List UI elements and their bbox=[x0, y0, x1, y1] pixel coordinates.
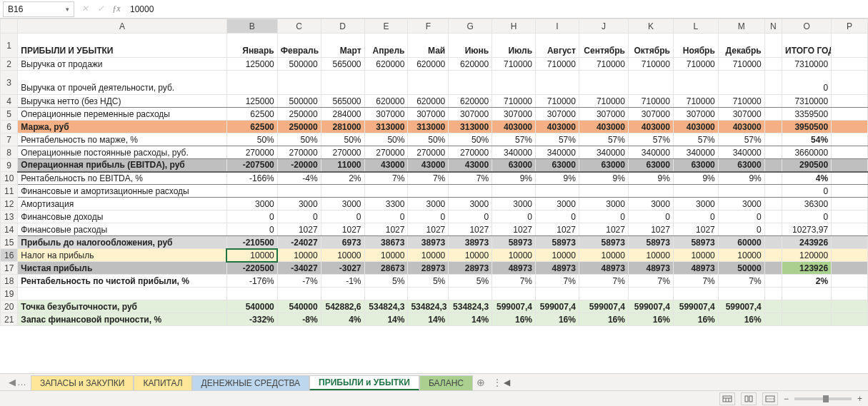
cell[interactable]: 50% bbox=[364, 133, 408, 146]
cell[interactable]: 620000 bbox=[408, 95, 449, 108]
cancel-formula-icon[interactable]: ✕ bbox=[77, 1, 93, 17]
cell[interactable]: 63000 bbox=[579, 159, 628, 172]
cell[interactable]: 5% bbox=[449, 275, 492, 288]
cell[interactable]: 14% bbox=[449, 313, 492, 326]
cell[interactable]: 16% bbox=[628, 313, 673, 326]
cell[interactable]: -176% bbox=[226, 275, 277, 288]
cell[interactable]: -3027 bbox=[321, 262, 364, 275]
cell[interactable]: -7% bbox=[277, 275, 321, 288]
cell[interactable]: 43000 bbox=[364, 159, 408, 172]
row-header-12[interactable]: 12 bbox=[1, 198, 18, 210]
cell[interactable]: 4% bbox=[321, 313, 364, 326]
row-label[interactable]: Рентабельность по EBITDA, % bbox=[18, 172, 226, 185]
col-header-L[interactable]: L bbox=[673, 19, 718, 34]
cell[interactable]: 0 bbox=[321, 210, 364, 223]
cell[interactable] bbox=[673, 288, 718, 300]
cell[interactable]: 710000 bbox=[579, 95, 628, 108]
cell[interactable]: -210500 bbox=[226, 236, 277, 249]
col-header-M[interactable]: M bbox=[718, 19, 764, 34]
cell[interactable]: 307000 bbox=[673, 108, 718, 121]
cell[interactable]: 3000 bbox=[718, 198, 764, 210]
cell[interactable] bbox=[226, 185, 277, 198]
cell[interactable]: 3000 bbox=[408, 198, 449, 210]
cell[interactable]: -166% bbox=[226, 172, 277, 185]
cell[interactable]: 1027 bbox=[673, 223, 718, 236]
name-box[interactable]: B16 ▾ bbox=[3, 1, 74, 17]
cell[interactable]: 7% bbox=[718, 275, 764, 288]
cell[interactable]: 534824,3 bbox=[408, 300, 449, 313]
cell[interactable]: 1027 bbox=[321, 223, 364, 236]
cell[interactable]: -20000 bbox=[277, 159, 321, 172]
row-header-17[interactable]: 17 bbox=[1, 262, 18, 275]
row-label[interactable] bbox=[18, 288, 226, 300]
cell[interactable]: 1027 bbox=[449, 223, 492, 236]
row-header-5[interactable]: 5 bbox=[1, 108, 18, 121]
cell[interactable]: 63000 bbox=[673, 159, 718, 172]
cell[interactable]: 0 bbox=[579, 210, 628, 223]
cell[interactable]: 270000 bbox=[449, 146, 492, 159]
cell[interactable] bbox=[226, 71, 277, 95]
cell[interactable]: 1027 bbox=[364, 223, 408, 236]
row-header-7[interactable]: 7 bbox=[1, 133, 18, 146]
cell[interactable]: 620000 bbox=[364, 58, 408, 71]
cell[interactable]: 620000 bbox=[449, 58, 492, 71]
cell[interactable]: 7% bbox=[364, 172, 408, 185]
cell[interactable]: 9% bbox=[628, 172, 673, 185]
row-total[interactable]: 36300 bbox=[782, 198, 832, 210]
row-label[interactable]: Финансовые доходы bbox=[18, 210, 226, 223]
row-header-20[interactable]: 20 bbox=[1, 300, 18, 313]
row-label[interactable]: Запас финансовой прочности, % bbox=[18, 313, 226, 326]
cell[interactable] bbox=[718, 288, 764, 300]
cell[interactable]: 540000 bbox=[226, 300, 277, 313]
cell[interactable]: 403000 bbox=[536, 121, 579, 133]
cell[interactable]: 0 bbox=[449, 210, 492, 223]
cell[interactable]: 340000 bbox=[673, 146, 718, 159]
cell[interactable]: 403000 bbox=[628, 121, 673, 133]
cell[interactable]: 534824,3 bbox=[449, 300, 492, 313]
cell[interactable]: 313000 bbox=[408, 121, 449, 133]
cell[interactable] bbox=[536, 185, 579, 198]
cell[interactable] bbox=[579, 288, 628, 300]
row-total[interactable]: 0 bbox=[782, 71, 832, 95]
month-header[interactable]: Ноябрь bbox=[673, 34, 718, 58]
zoom-out-button[interactable]: − bbox=[784, 394, 789, 404]
cell[interactable]: -4% bbox=[277, 172, 321, 185]
cell[interactable]: 250000 bbox=[277, 121, 321, 133]
cell[interactable]: 7% bbox=[673, 275, 718, 288]
cell[interactable]: 60000 bbox=[718, 236, 764, 249]
cell[interactable]: 16% bbox=[579, 313, 628, 326]
row-total[interactable]: 2% bbox=[782, 275, 832, 288]
cell[interactable]: 9% bbox=[492, 172, 536, 185]
sheet-tab[interactable]: ЗАПАСЫ и ЗАКУПКИ bbox=[31, 375, 134, 391]
row-header-4[interactable]: 4 bbox=[1, 95, 18, 108]
cell[interactable] bbox=[408, 185, 449, 198]
cell[interactable]: 0 bbox=[408, 210, 449, 223]
cell[interactable]: 7% bbox=[492, 275, 536, 288]
col-header-I[interactable]: I bbox=[536, 19, 579, 34]
tab-nav[interactable]: ◀ … bbox=[4, 377, 31, 387]
cell[interactable]: -8% bbox=[277, 313, 321, 326]
cell[interactable] bbox=[628, 71, 673, 95]
cell[interactable] bbox=[449, 71, 492, 95]
cell[interactable]: 58973 bbox=[536, 236, 579, 249]
cell[interactable] bbox=[364, 185, 408, 198]
row-total[interactable]: 120000 bbox=[782, 249, 832, 262]
cell[interactable] bbox=[536, 288, 579, 300]
cell[interactable]: 10000 bbox=[321, 249, 364, 262]
cell[interactable]: 10000 bbox=[492, 249, 536, 262]
row-label[interactable]: Операционные постоянные расходы, руб. bbox=[18, 146, 226, 159]
cell[interactable] bbox=[628, 288, 673, 300]
cell[interactable]: 403000 bbox=[492, 121, 536, 133]
cell[interactable]: -207500 bbox=[226, 159, 277, 172]
cell[interactable]: 3000 bbox=[492, 198, 536, 210]
cell[interactable]: 62500 bbox=[226, 121, 277, 133]
cell[interactable]: 599007,4 bbox=[628, 300, 673, 313]
cell[interactable]: 270000 bbox=[321, 146, 364, 159]
col-header-H[interactable]: H bbox=[492, 19, 536, 34]
cell[interactable]: 28973 bbox=[408, 262, 449, 275]
cell[interactable]: 307000 bbox=[718, 108, 764, 121]
month-header[interactable]: Февраль bbox=[277, 34, 321, 58]
cell[interactable]: 57% bbox=[628, 133, 673, 146]
chevron-down-icon[interactable]: ▾ bbox=[66, 6, 69, 13]
cell[interactable]: 50000 bbox=[718, 262, 764, 275]
